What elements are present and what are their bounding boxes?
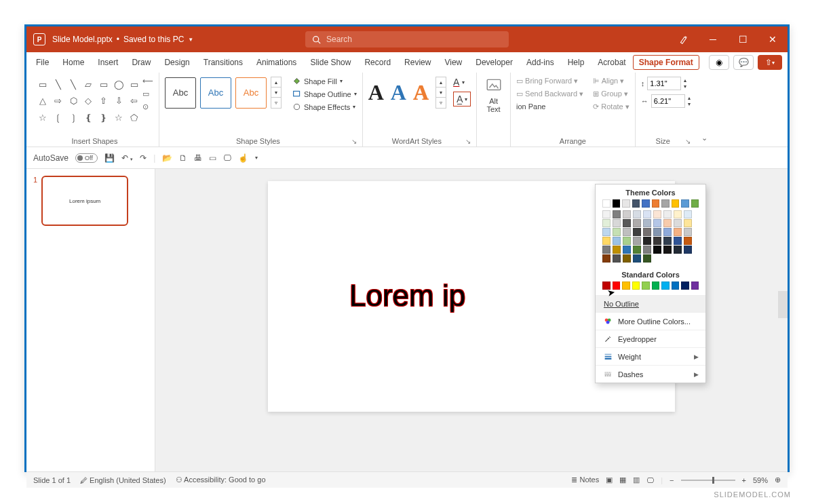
color-swatch[interactable] bbox=[663, 246, 672, 254]
color-swatch[interactable] bbox=[684, 210, 692, 218]
color-swatch[interactable] bbox=[602, 210, 610, 218]
color-swatch[interactable] bbox=[653, 219, 661, 227]
color-swatch[interactable] bbox=[613, 228, 621, 236]
color-swatch[interactable] bbox=[643, 210, 651, 218]
style-3[interactable]: Abc bbox=[235, 77, 267, 109]
file-info[interactable]: Slide Model.pptx • Saved to this PC ▼ bbox=[52, 35, 193, 44]
dialog-launcher-icon[interactable]: ↘ bbox=[465, 138, 471, 145]
color-swatch[interactable] bbox=[681, 199, 689, 208]
color-swatch[interactable] bbox=[623, 246, 631, 254]
shape-outline-button[interactable]: Shape Outline ▾ bbox=[292, 90, 357, 98]
zoom-out-button[interactable]: − bbox=[670, 476, 674, 484]
style-1[interactable]: Abc bbox=[165, 77, 196, 109]
color-swatch[interactable] bbox=[633, 246, 641, 254]
search-box[interactable]: Search bbox=[305, 31, 509, 47]
tab-review[interactable]: Review bbox=[398, 52, 438, 73]
slideshow-start-icon[interactable]: ▭ bbox=[209, 153, 216, 163]
more-outline-colors-item[interactable]: More Outline Colors... bbox=[596, 312, 705, 330]
height-input[interactable]: ↕▴▾ bbox=[641, 77, 691, 90]
qat-more-icon[interactable]: ▾ bbox=[255, 155, 258, 161]
color-swatch[interactable] bbox=[602, 254, 610, 263]
slideshow-view-icon[interactable]: 🖵 bbox=[646, 476, 654, 484]
tab-file[interactable]: File bbox=[29, 52, 56, 73]
shape-style-gallery[interactable]: Abc Abc Abc ▴▾▿ bbox=[165, 77, 282, 109]
color-swatch[interactable] bbox=[681, 282, 689, 290]
dialog-launcher-icon[interactable]: ↘ bbox=[685, 138, 691, 145]
color-swatch[interactable] bbox=[674, 219, 682, 227]
touch-icon[interactable]: ☝ bbox=[238, 153, 248, 163]
color-swatch[interactable] bbox=[623, 237, 631, 245]
reading-view-icon[interactable]: ▥ bbox=[633, 476, 640, 484]
color-swatch[interactable] bbox=[674, 228, 682, 236]
align-button[interactable]: ⊫ Align ▾ bbox=[593, 77, 629, 85]
alt-text-button[interactable]: Alt Text bbox=[482, 77, 505, 113]
color-swatch[interactable] bbox=[643, 246, 651, 254]
zoom-percent[interactable]: 59% bbox=[753, 476, 768, 484]
tab-addins[interactable]: Add-ins bbox=[520, 52, 561, 73]
color-swatch[interactable] bbox=[613, 219, 621, 227]
rotate-button[interactable]: ⟳ Rotate ▾ bbox=[593, 102, 629, 111]
tab-transitions[interactable]: Transitions bbox=[197, 52, 250, 73]
fit-to-window-button[interactable]: ⊕ bbox=[775, 476, 781, 484]
color-swatch[interactable] bbox=[613, 246, 621, 254]
comments-button[interactable]: 💬 bbox=[733, 55, 754, 70]
selection-pane-button[interactable]: ion Pane bbox=[516, 102, 583, 111]
color-swatch[interactable] bbox=[663, 237, 672, 245]
eyedropper-item[interactable]: Eyedropper bbox=[596, 330, 705, 347]
print-icon[interactable]: 🖶 bbox=[194, 153, 202, 163]
sorter-view-icon[interactable]: ▦ bbox=[619, 476, 626, 484]
wordart-gallery-nav[interactable]: ▴▾▿ bbox=[435, 77, 446, 109]
autosave-toggle[interactable]: Off bbox=[75, 153, 98, 163]
tab-draw[interactable]: Draw bbox=[125, 52, 157, 73]
color-swatch[interactable] bbox=[623, 254, 631, 263]
color-swatch[interactable] bbox=[622, 282, 630, 290]
tab-insert[interactable]: Insert bbox=[91, 52, 125, 73]
slide-counter[interactable]: Slide 1 of 1 bbox=[33, 476, 71, 484]
undo-button[interactable]: ↶ ▾ bbox=[121, 153, 133, 163]
color-swatch[interactable] bbox=[661, 199, 670, 208]
record-button[interactable]: ◉ bbox=[709, 55, 729, 70]
color-swatch[interactable] bbox=[633, 210, 641, 218]
dialog-launcher-icon[interactable]: ↘ bbox=[351, 138, 357, 145]
color-swatch[interactable] bbox=[684, 228, 692, 236]
style-2[interactable]: Abc bbox=[200, 77, 231, 109]
language-indicator[interactable]: 🖉 English (United States) bbox=[80, 476, 166, 484]
color-swatch[interactable] bbox=[653, 237, 661, 245]
color-swatch[interactable] bbox=[602, 246, 610, 254]
notes-button[interactable]: ≣ Notes bbox=[571, 476, 599, 484]
color-swatch[interactable] bbox=[602, 228, 610, 236]
shapes-gallery-more[interactable]: ⟵▭⊙ bbox=[142, 77, 153, 125]
wordart-style-2[interactable]: A bbox=[391, 80, 406, 105]
color-swatch[interactable] bbox=[642, 282, 650, 290]
new-icon[interactable]: 🗋 bbox=[179, 153, 187, 163]
wordart-style-3[interactable]: A bbox=[413, 80, 429, 105]
color-swatch[interactable] bbox=[633, 254, 641, 263]
shape-effects-button[interactable]: Shape Effects ▾ bbox=[292, 102, 357, 111]
color-swatch[interactable] bbox=[663, 219, 672, 227]
color-swatch[interactable] bbox=[633, 237, 641, 245]
color-swatch[interactable] bbox=[672, 199, 680, 208]
color-swatch[interactable] bbox=[672, 282, 680, 290]
dashes-item[interactable]: Dashes▶ bbox=[596, 365, 705, 383]
shape-fill-button[interactable]: Shape Fill ▾ bbox=[292, 77, 357, 85]
open-icon[interactable]: 📂 bbox=[162, 153, 172, 163]
slide-thumbnail-1[interactable]: Lorem ipsum bbox=[41, 176, 128, 226]
collapse-ribbon-button[interactable]: ⌄ bbox=[696, 73, 713, 147]
width-input[interactable]: ↔▴▾ bbox=[641, 94, 691, 108]
color-swatch[interactable] bbox=[674, 246, 682, 254]
tab-help[interactable]: Help bbox=[561, 52, 592, 73]
text-outline-button[interactable]: A̲▾ bbox=[453, 92, 471, 106]
accessibility-status[interactable]: ⚇ Accessibility: Good to go bbox=[176, 476, 266, 484]
color-swatch[interactable] bbox=[663, 210, 672, 218]
close-button[interactable]: ✕ bbox=[758, 26, 788, 52]
color-swatch[interactable] bbox=[652, 282, 660, 290]
tab-view[interactable]: View bbox=[438, 52, 469, 73]
tab-home[interactable]: Home bbox=[56, 52, 91, 73]
color-swatch[interactable] bbox=[643, 228, 651, 236]
tab-slideshow[interactable]: Slide Show bbox=[303, 52, 357, 73]
tab-animations[interactable]: Animations bbox=[250, 52, 303, 73]
weight-item[interactable]: Weight▶ bbox=[596, 347, 705, 365]
wordart-style-1[interactable]: A bbox=[368, 80, 384, 105]
tab-record[interactable]: Record bbox=[357, 52, 398, 73]
color-swatch[interactable] bbox=[661, 282, 670, 290]
